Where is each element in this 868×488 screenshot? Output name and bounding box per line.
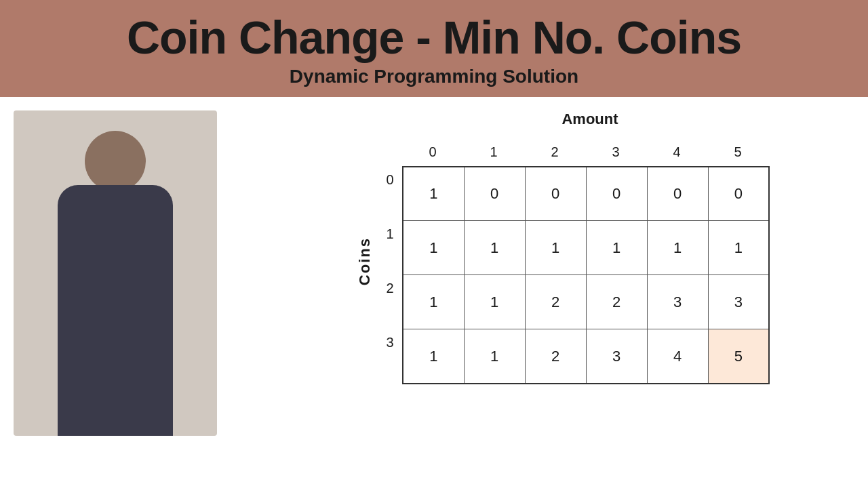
row-num-0: 0: [378, 153, 402, 207]
cell-2-1: 1: [464, 275, 525, 329]
row-nums: 0 1 2 3: [378, 153, 402, 370]
table-row: 1 1 2 3 4 5: [403, 329, 769, 384]
cell-0-5: 0: [708, 167, 769, 221]
table-wrapper: Coins 0 1 2 3 0 1 2 3 4 5: [356, 139, 770, 384]
page-subtitle: Dynamic Programming Solution: [20, 66, 848, 87]
cell-1-3: 1: [586, 221, 647, 275]
col-header-1: 1: [463, 139, 524, 166]
cell-0-1: 0: [464, 167, 525, 221]
table-row: 1 1 1 1 1 1: [403, 221, 769, 275]
col-header-2: 2: [524, 139, 585, 166]
cell-0-0: 1: [403, 167, 464, 221]
cell-3-0: 1: [403, 329, 464, 384]
table-area: Amount Coins 0 1 2 3 0 1 2 3: [258, 110, 868, 384]
cell-2-0: 1: [403, 275, 464, 329]
cell-3-1: 1: [464, 329, 525, 384]
col-header-0: 0: [402, 139, 463, 166]
grid-container: 0 1 2 3 4 5 1 0 0 0 0: [402, 139, 770, 384]
row-num-1: 1: [378, 207, 402, 262]
coins-row-label-wrapper: Coins 0 1 2 3: [356, 153, 402, 370]
cell-3-2: 2: [525, 329, 586, 384]
cell-1-1: 1: [464, 221, 525, 275]
row-num-2: 2: [378, 262, 402, 316]
cell-1-4: 1: [647, 221, 708, 275]
cell-1-0: 1: [403, 221, 464, 275]
cell-3-5-highlighted: 5: [708, 329, 769, 384]
row-num-3: 3: [378, 316, 402, 370]
cell-2-2: 2: [525, 275, 586, 329]
cell-2-4: 3: [647, 275, 708, 329]
cell-3-3: 3: [586, 329, 647, 384]
dp-table: 1 0 0 0 0 0 1 1 1 1 1: [402, 166, 770, 384]
col-headers: 0 1 2 3 4 5: [402, 139, 770, 166]
cell-0-3: 0: [586, 167, 647, 221]
table-row: 1 1 2 2 3 3: [403, 275, 769, 329]
table-row: 1 0 0 0 0 0: [403, 167, 769, 221]
coins-label: Coins: [356, 237, 374, 285]
cell-2-5: 3: [708, 275, 769, 329]
content-area: Amount Coins 0 1 2 3 0 1 2 3: [0, 97, 868, 466]
person-photo: [14, 110, 217, 436]
cell-1-5: 1: [708, 221, 769, 275]
cell-2-3: 2: [586, 275, 647, 329]
cell-3-4: 4: [647, 329, 708, 384]
cell-0-2: 0: [525, 167, 586, 221]
col-header-3: 3: [585, 139, 646, 166]
header: Coin Change - Min No. Coins Dynamic Prog…: [0, 0, 868, 97]
col-header-5: 5: [707, 139, 768, 166]
page-title: Coin Change - Min No. Coins: [20, 12, 848, 63]
cell-1-2: 1: [525, 221, 586, 275]
amount-label: Amount: [561, 110, 618, 128]
cell-0-4: 0: [647, 167, 708, 221]
col-header-4: 4: [646, 139, 707, 166]
